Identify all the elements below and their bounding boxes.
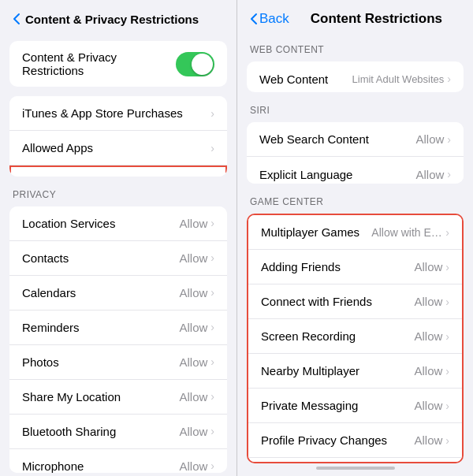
toggle-label: Content & Privacy Restrictions — [22, 50, 176, 77]
home-bar — [316, 467, 395, 470]
contacts-chevron: › — [210, 251, 214, 264]
nearby-multiplayer-chevron: › — [445, 365, 449, 377]
connect-with-friends-item[interactable]: Connect with Friends Allow › — [248, 284, 462, 319]
profile-privacy-changes-item[interactable]: Profile Privacy Changes Allow › — [248, 423, 462, 458]
web-content-value: Limit Adult Websites — [352, 73, 445, 85]
allowed-apps-item[interactable]: Allowed Apps › — [9, 131, 227, 165]
privacy-section-header: PRIVACY — [0, 183, 236, 203]
privacy-section: Location Services Allow › Contacts Allow… — [9, 206, 227, 473]
nearby-multiplayer-label: Nearby Multiplayer — [261, 364, 359, 377]
reminders-item[interactable]: Reminders Allow › — [9, 311, 227, 345]
connect-with-friends-label: Connect with Friends — [261, 295, 372, 308]
content-restrictions-item[interactable]: Content Restrictions › — [9, 165, 227, 177]
connect-with-friends-value: Allow — [414, 295, 442, 308]
bluetooth-sharing-value: Allow — [179, 425, 207, 438]
multiplayer-games-label: Multiplayer Games — [261, 225, 359, 239]
location-services-value: Allow — [179, 217, 207, 230]
profile-privacy-changes-chevron: › — [445, 434, 449, 447]
share-my-location-chevron: › — [210, 390, 214, 403]
contacts-label: Contacts — [22, 251, 69, 265]
right-panel: Back Content Restrictions WEB CONTENT We… — [236, 0, 473, 476]
multiplayer-games-value: Allow with Every... — [371, 226, 442, 239]
location-services-label: Location Services — [22, 217, 115, 230]
left-back-button[interactable] — [13, 13, 22, 25]
explicit-language-label: Explicit Language — [259, 168, 352, 181]
web-search-content-value: Allow — [415, 132, 444, 146]
allowed-apps-chevron: › — [210, 142, 214, 154]
microphone-label: Microphone — [22, 459, 84, 473]
screen-recording-item[interactable]: Screen Recording Allow › — [248, 319, 462, 354]
photos-chevron: › — [210, 355, 214, 368]
web-content-header: WEB CONTENT — [237, 38, 473, 58]
siri-header: SIRI — [237, 99, 473, 119]
connect-with-friends-chevron: › — [445, 296, 449, 308]
itunes-purchases-chevron: › — [210, 107, 214, 120]
screen-recording-label: Screen Recording — [261, 329, 356, 343]
adding-friends-label: Adding Friends — [261, 260, 341, 273]
profile-privacy-changes-label: Profile Privacy Changes — [261, 433, 387, 447]
web-content-item[interactable]: Web Content Limit Adult Websites › — [247, 61, 464, 92]
reminders-chevron: › — [210, 321, 214, 333]
web-content-label: Web Content — [259, 73, 328, 86]
photos-value: Allow — [179, 355, 207, 369]
game-center-header: GAME CENTER — [237, 190, 473, 210]
web-search-content-label: Web Search Content — [259, 132, 369, 146]
contacts-item[interactable]: Contacts Allow › — [9, 241, 227, 276]
web-search-content-item[interactable]: Web Search Content Allow › — [247, 122, 464, 157]
right-back-label: Back — [259, 11, 289, 27]
private-messaging-chevron: › — [445, 400, 449, 412]
left-nav-title: Content & Privacy Restrictions — [25, 13, 224, 26]
web-content-chevron: › — [447, 73, 451, 85]
avatar-nickname-changes-item[interactable]: Avatar & Nickname Changes Allow › — [248, 458, 462, 463]
profile-privacy-changes-value: Allow — [414, 433, 442, 447]
location-services-item[interactable]: Location Services Allow › — [9, 206, 227, 241]
siri-section: Web Search Content Allow › Explicit Lang… — [247, 122, 464, 184]
itunes-purchases-item[interactable]: iTunes & App Store Purchases › — [9, 96, 227, 131]
photos-label: Photos — [22, 355, 59, 369]
calendars-item[interactable]: Calendars Allow › — [9, 276, 227, 311]
microphone-value: Allow — [179, 459, 207, 473]
explicit-language-chevron: › — [447, 168, 451, 180]
left-nav-bar: Content & Privacy Restrictions — [0, 0, 236, 35]
screen-recording-value: Allow — [414, 329, 442, 343]
reminders-label: Reminders — [22, 321, 80, 334]
share-my-location-item[interactable]: Share My Location Allow › — [9, 380, 227, 415]
web-content-section: Web Content Limit Adult Websites › — [247, 61, 464, 92]
private-messaging-label: Private Messaging — [261, 399, 358, 412]
right-back-button[interactable]: Back — [250, 11, 289, 27]
home-indicator — [237, 467, 473, 470]
reminders-value: Allow — [179, 321, 207, 334]
share-my-location-value: Allow — [179, 390, 207, 403]
nearby-multiplayer-item[interactable]: Nearby Multiplayer Allow › — [248, 354, 462, 389]
explicit-language-item[interactable]: Explicit Language Allow › — [247, 157, 464, 184]
location-services-chevron: › — [210, 217, 214, 229]
calendars-value: Allow — [179, 286, 207, 299]
content-privacy-toggle[interactable] — [176, 52, 214, 76]
game-center-section: Multiplayer Games Allow with Every... › … — [247, 214, 464, 463]
private-messaging-value: Allow — [414, 399, 442, 412]
bluetooth-sharing-item[interactable]: Bluetooth Sharing Allow › — [9, 415, 227, 449]
explicit-language-value: Allow — [415, 168, 444, 181]
microphone-chevron: › — [210, 459, 214, 472]
multiplayer-games-chevron: › — [445, 226, 449, 239]
screen-recording-chevron: › — [445, 330, 449, 343]
right-nav-title: Content Restrictions — [292, 11, 460, 27]
multiplayer-games-item[interactable]: Multiplayer Games Allow with Every... › — [248, 215, 462, 250]
bluetooth-sharing-chevron: › — [210, 425, 214, 437]
adding-friends-value: Allow — [414, 260, 442, 273]
calendars-label: Calendars — [22, 286, 76, 299]
toggle-section: Content & Privacy Restrictions — [9, 41, 227, 87]
adding-friends-item[interactable]: Adding Friends Allow › — [248, 250, 462, 284]
private-messaging-item[interactable]: Private Messaging Allow › — [248, 389, 462, 423]
adding-friends-chevron: › — [445, 261, 449, 273]
contacts-value: Allow — [179, 251, 207, 265]
microphone-item[interactable]: Microphone Allow › — [9, 449, 227, 473]
calendars-chevron: › — [210, 286, 214, 299]
main-menu-section: iTunes & App Store Purchases › Allowed A… — [9, 96, 227, 177]
right-nav-bar: Back Content Restrictions — [237, 0, 473, 35]
nearby-multiplayer-value: Allow — [414, 364, 442, 377]
photos-item[interactable]: Photos Allow › — [9, 345, 227, 380]
web-search-content-chevron: › — [447, 133, 451, 146]
bluetooth-sharing-label: Bluetooth Sharing — [22, 425, 116, 438]
left-panel: Content & Privacy Restrictions Content &… — [0, 0, 236, 476]
